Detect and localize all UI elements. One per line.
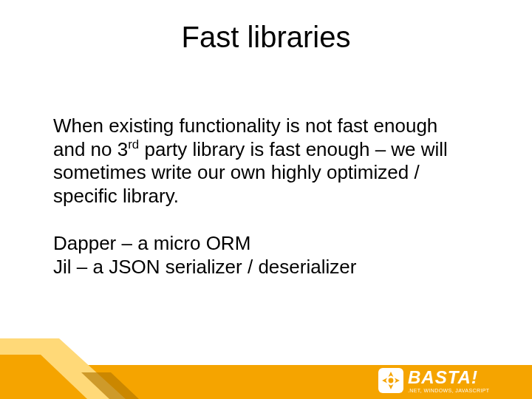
svg-marker-2 xyxy=(81,372,139,399)
paragraph-intro-sup: rd xyxy=(128,137,139,151)
svg-point-4 xyxy=(389,378,394,383)
logo-block: BASTA! .NET, WINDOWS, JAVASCRIPT xyxy=(378,366,519,395)
logo-name: BASTA! xyxy=(408,369,489,386)
footer-bar xyxy=(0,365,532,399)
library-list: Dapper – a micro ORM Jil – a JSON serial… xyxy=(53,232,473,279)
basta-logo-icon xyxy=(378,368,403,393)
footer-diagonals xyxy=(0,338,192,399)
svg-rect-3 xyxy=(378,368,403,393)
slide-title: Fast libraries xyxy=(0,21,532,54)
slide-body: When existing functionality is not fast … xyxy=(53,115,473,302)
library-item-jil: Jil – a JSON serializer / deserializer xyxy=(53,256,356,278)
library-item-dapper: Dapper – a micro ORM xyxy=(53,232,250,254)
slide: Fast libraries When existing functionali… xyxy=(0,0,532,399)
logo-tagline: .NET, WINDOWS, JAVASCRIPT xyxy=(408,388,489,393)
svg-marker-0 xyxy=(0,338,126,399)
paragraph-intro: When existing functionality is not fast … xyxy=(53,115,473,208)
svg-marker-1 xyxy=(0,355,87,399)
logo-text: BASTA! .NET, WINDOWS, JAVASCRIPT xyxy=(408,369,489,393)
footer: BASTA! .NET, WINDOWS, JAVASCRIPT xyxy=(0,338,532,399)
